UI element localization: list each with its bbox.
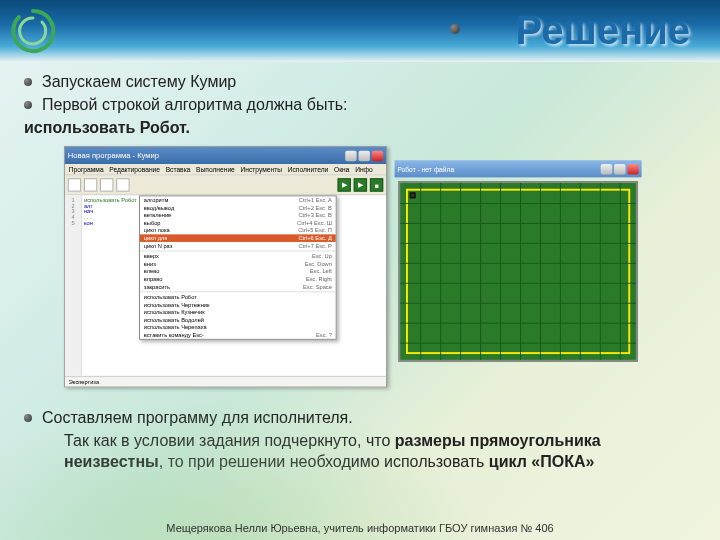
app-title: Новая программа - Кумир bbox=[68, 152, 159, 161]
menu-item[interactable]: Исполнители bbox=[288, 166, 329, 173]
menu-item[interactable]: Выполнение bbox=[196, 166, 235, 173]
followup-text: использовать Робот. bbox=[24, 118, 696, 139]
log-panel: Экспертиза bbox=[65, 376, 386, 386]
bullet-text: Первой строкой алгоритма должна быть: bbox=[42, 95, 347, 116]
run-button[interactable]: ▶ bbox=[338, 179, 351, 192]
toolbar-button[interactable] bbox=[116, 179, 129, 192]
toolbar: ▶ ▶ ■ bbox=[65, 176, 386, 196]
robot-titlebar: Робот - нет файла bbox=[395, 161, 642, 178]
stop-button[interactable]: ■ bbox=[370, 179, 383, 192]
bullet-icon bbox=[24, 414, 32, 422]
bullet-item: Составляем программу для исполнителя. bbox=[24, 408, 696, 429]
close-icon[interactable] bbox=[627, 164, 638, 174]
bullet-item: Первой строкой алгоритма должна быть: bbox=[24, 95, 696, 116]
menu-item[interactable]: Программа bbox=[69, 166, 104, 173]
menu-item[interactable]: Редактирование bbox=[109, 166, 160, 173]
followup-paragraph: Так как в условии задания подчеркнуто, ч… bbox=[24, 431, 696, 473]
close-icon[interactable] bbox=[372, 151, 383, 161]
screenshot-area: Новая программа - Кумир Программа Редакт… bbox=[64, 146, 664, 387]
dropdown-item[interactable]: цикл N разCtrl+7 Esc. Р bbox=[140, 242, 336, 250]
menu-item[interactable]: Окна bbox=[334, 166, 349, 173]
menubar: Программа Редактирование Вставка Выполне… bbox=[65, 164, 386, 175]
maximize-icon[interactable] bbox=[614, 164, 625, 174]
slide-content: Запускаем систему Кумир Первой строкой а… bbox=[0, 62, 720, 473]
maximize-icon[interactable] bbox=[359, 151, 370, 161]
dropdown-item[interactable]: закраситьEsc. Space bbox=[140, 283, 336, 291]
kumir-app-window: Новая программа - Кумир Программа Редакт… bbox=[64, 146, 387, 387]
toolbar-button[interactable] bbox=[100, 179, 113, 192]
line-gutter: 1 2 3 4 5 bbox=[65, 196, 82, 377]
line-number: 5 bbox=[65, 220, 81, 226]
minimize-icon[interactable] bbox=[345, 151, 356, 161]
toolbar-button[interactable] bbox=[68, 179, 81, 192]
logo-swirl-icon bbox=[8, 6, 58, 56]
robot-field bbox=[398, 182, 637, 363]
dropdown-item[interactable]: вставить команду Esc-Esc. ? bbox=[140, 332, 336, 340]
slide-header: Решение bbox=[0, 0, 720, 62]
toolbar-button[interactable] bbox=[84, 179, 97, 192]
window-controls bbox=[345, 151, 383, 161]
text-fragment-bold: цикл «ПОКА» bbox=[489, 453, 595, 470]
robot-marker-icon bbox=[410, 193, 416, 199]
bullet-text: Составляем программу для исполнителя. bbox=[42, 408, 353, 429]
robot-title: Робот - нет файла bbox=[397, 166, 454, 173]
app-titlebar: Новая программа - Кумир bbox=[65, 147, 386, 164]
window-controls bbox=[601, 164, 639, 174]
menu-item[interactable]: Вставка bbox=[166, 166, 191, 173]
code-panel[interactable]: использовать Робот алг нач . . . кон алг… bbox=[82, 196, 386, 377]
title-bullet-icon bbox=[450, 24, 460, 34]
menu-item[interactable]: Инфо bbox=[355, 166, 373, 173]
robot-window: Робот - нет файла bbox=[395, 161, 642, 375]
menu-item[interactable]: Инструменты bbox=[241, 166, 282, 173]
slide-title: Решение bbox=[515, 8, 690, 53]
insert-dropdown: алгоритмCtrl+1 Esc. Aввод/выводCtrl+2 Es… bbox=[139, 196, 337, 340]
slide-footer: Мещерякова Нелли Юрьевна, учитель информ… bbox=[0, 522, 720, 534]
editor-area: 1 2 3 4 5 использовать Робот алг нач . .… bbox=[65, 196, 386, 377]
step-button[interactable]: ▶ bbox=[354, 179, 367, 192]
bullet-icon bbox=[24, 101, 32, 109]
bullet-text: Запускаем систему Кумир bbox=[42, 72, 236, 93]
text-fragment: Так как в условии задания подчеркнуто, ч… bbox=[64, 432, 395, 449]
bullet-icon bbox=[24, 78, 32, 86]
bullet-item: Запускаем систему Кумир bbox=[24, 72, 696, 93]
text-fragment: , то при решении необходимо использовать bbox=[159, 453, 489, 470]
minimize-icon[interactable] bbox=[601, 164, 612, 174]
